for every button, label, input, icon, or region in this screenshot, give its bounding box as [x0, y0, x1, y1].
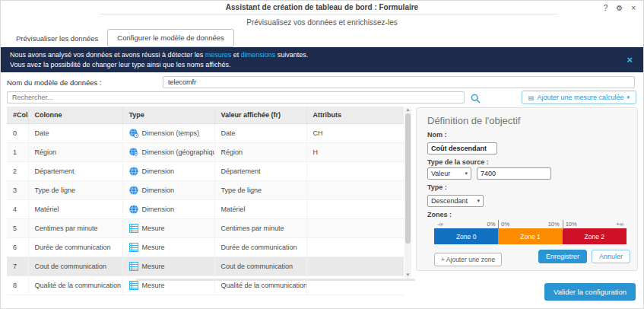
chevron-down-icon: ▾ — [465, 170, 468, 177]
add-zone-button[interactable]: + Ajouter une zone — [434, 253, 502, 266]
cell-col-index: 8 — [7, 276, 28, 295]
dimension-icon — [129, 167, 138, 176]
table-row[interactable]: 4 Matériel Dimension Matériel — [7, 200, 404, 219]
cell-type: Dimension (géographique) — [122, 143, 214, 162]
objective-name-input[interactable] — [427, 142, 497, 154]
add-calculated-measure-label: Ajouter une mesure calculée — [537, 94, 623, 101]
window-title: Assistant de création de tableau de bord… — [1, 1, 643, 14]
type-label: Dimension — [142, 205, 175, 213]
table-row[interactable]: 2 Département Dimension Département — [7, 162, 404, 181]
type-label: Dimension — [142, 186, 175, 194]
zone-scale-segment: 0%10% — [498, 220, 562, 228]
objective-name-label: Nom : — [427, 131, 627, 139]
source-type-select[interactable]: Valeur ▾ — [427, 167, 471, 180]
cell-col-index: 0 — [7, 124, 28, 143]
cell-attributes — [306, 162, 404, 181]
cancel-button[interactable]: Annuler — [592, 250, 630, 263]
measures-link[interactable]: mesures — [205, 51, 232, 59]
add-calculated-measure-button[interactable]: ▤ Ajouter une mesure calculée ▾ — [522, 91, 636, 104]
banner-close-icon[interactable]: × — [627, 55, 633, 65]
cell-col-index: 7 — [7, 257, 28, 276]
table-row[interactable]: 0 Date Dimension (temps) Date CH — [7, 124, 404, 143]
dimensions-link[interactable]: dimensions — [241, 51, 276, 59]
objective-type-select[interactable]: Descendant ▾ — [427, 195, 484, 207]
header-display-value: Valeur affichée (fr) — [214, 107, 306, 124]
zone-segment[interactable]: Zone 0 — [434, 228, 498, 244]
table-row[interactable]: 5 Centimes par minute Mesure Centimes pa… — [7, 219, 404, 238]
validate-configuration-button[interactable]: Valider la configuration — [544, 283, 636, 301]
table-row[interactable]: 7 Cout de communication Mesure Cout de c… — [7, 257, 404, 276]
title-divider — [100, 14, 558, 14]
cell-column-name: Durée de communication — [28, 238, 122, 257]
table-header-row: #Col Colonne Type Valeur affichée (fr) A… — [7, 107, 404, 124]
objective-panel-title: Définition de l'objectif — [427, 115, 627, 126]
zone-scale-segment: 10%+∞ — [563, 220, 627, 228]
cell-attributes: H — [306, 143, 404, 162]
table-row[interactable]: 6 Durée de communication Mesure Durée de… — [7, 238, 404, 257]
cell-attributes — [306, 219, 404, 238]
scroll-up-arrow[interactable]: ▲ — [404, 107, 411, 113]
tab-preview-data[interactable]: Prévisualiser les données — [7, 30, 107, 47]
dimension-geo-icon — [129, 148, 138, 157]
banner-line1-mid: et — [231, 51, 241, 59]
cell-type: Dimension (temps) — [122, 124, 214, 143]
cell-column-name: Département — [28, 162, 122, 181]
cell-attributes — [306, 238, 404, 257]
search-icon[interactable] — [471, 93, 481, 107]
scrollbar-thumb[interactable] — [405, 113, 411, 244]
cell-attributes — [306, 200, 404, 219]
zones-bar: Zone 0Zone 1Zone 2 — [434, 228, 627, 244]
header-type: Type — [122, 107, 214, 124]
zone-segment[interactable]: Zone 1 — [498, 228, 562, 244]
cell-col-index: 4 — [7, 200, 28, 219]
type-label: Dimension (temps) — [142, 129, 200, 137]
zones-label: Zones : — [427, 211, 627, 218]
objective-definition-panel: Définition de l'objectif Nom : Type de l… — [416, 107, 638, 271]
header-col-index: #Col — [7, 107, 28, 124]
banner-line2: Vous avez la possibilité de changer leur… — [10, 60, 627, 70]
chevron-down-icon: ▾ — [627, 94, 630, 100]
cell-display-value: Matériel — [214, 200, 306, 219]
dimension-icon — [129, 205, 138, 214]
close-icon[interactable]: × — [631, 4, 636, 12]
cell-type: Dimension — [122, 181, 214, 200]
objective-type-label: Type : — [427, 183, 627, 191]
tab-configure-data-model[interactable]: Configurer le modèle de données — [107, 29, 233, 47]
cell-attributes — [306, 181, 404, 200]
cell-column-name: Région — [28, 143, 122, 162]
search-input[interactable] — [7, 91, 465, 104]
cell-display-value: Cout de communication — [214, 257, 306, 276]
scroll-down-arrow[interactable]: ▼ — [404, 272, 411, 279]
chevron-down-icon: ▾ — [477, 198, 480, 204]
type-label: Mesure — [142, 244, 165, 251]
table-horizontal-scrollbar[interactable] — [136, 279, 415, 281]
help-icon[interactable]: ? — [604, 4, 608, 12]
cell-type: Mesure — [122, 238, 214, 257]
save-button[interactable]: Enregistrer — [538, 250, 587, 263]
cell-type: Mesure — [122, 257, 214, 276]
cell-attributes: CH — [306, 124, 404, 143]
header-column: Colonne — [28, 107, 122, 124]
mesure-icon — [129, 281, 138, 290]
table-vertical-scrollbar[interactable]: ▲ ▼ — [404, 107, 411, 279]
table-row[interactable]: 3 Type de ligne Dimension Type de ligne — [7, 181, 404, 200]
cell-display-value: Région — [214, 143, 306, 162]
zones-scale: -∞0%0%10%10%+∞ — [434, 220, 627, 228]
cell-column-name: Type de ligne — [28, 181, 122, 200]
zone-segment[interactable]: Zone 2 — [563, 228, 627, 244]
info-banner: Nous avons analysé vos données et avons … — [1, 47, 643, 72]
cell-display-value: Date — [214, 124, 306, 143]
source-value-input[interactable] — [477, 167, 551, 180]
gear-icon[interactable]: ⚙ — [616, 4, 623, 12]
type-label: Mesure — [142, 263, 165, 270]
cell-column-name: Cout de communication — [28, 257, 122, 276]
cell-col-index: 6 — [7, 238, 28, 257]
cell-col-index: 3 — [7, 181, 28, 200]
columns-table: #Col Colonne Type Valeur affichée (fr) A… — [7, 107, 411, 279]
model-name-input[interactable] — [163, 76, 635, 88]
table-row[interactable]: 1 Région Dimension (géographique) Région… — [7, 143, 404, 162]
type-label: Mesure — [142, 225, 165, 232]
cell-display-value: Type de ligne — [214, 181, 306, 200]
cell-display-value: Centimes par minute — [214, 219, 306, 238]
zone-scale-segment: -∞0% — [434, 220, 498, 228]
